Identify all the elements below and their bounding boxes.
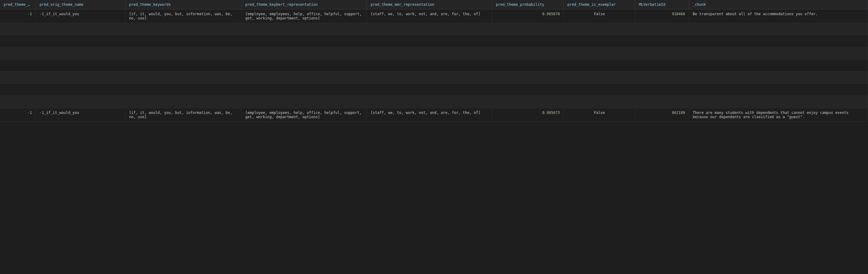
data-table: pred_theme_id pred_orig_theme_name pred_… — [0, 0, 868, 122]
col-header-pred-theme-mmr: pred_theme_mmr_representation — [367, 0, 492, 9]
col-header-pred-theme-keywords: pred_theme_keywords — [125, 0, 242, 9]
col-header-mlverbatimid: MLVerbatimId — [636, 0, 689, 9]
cell-pred-theme-exemplar-1: False — [564, 9, 636, 23]
data-table-container: pred_theme_id pred_orig_theme_name pred_… — [0, 0, 868, 122]
cell-chunk-2: There are many students with dependents … — [689, 108, 868, 122]
spacer-row — [0, 60, 868, 72]
cell-pred-theme-exemplar-2: False — [564, 108, 636, 122]
spacer-row — [0, 96, 868, 108]
col-header-chunk: _chunk — [689, 0, 868, 9]
cell-pred-theme-mmr-2: [staff, we, to, work, not, and, are, for… — [367, 108, 492, 122]
cell-pred-theme-probability-2: 0.985673 — [492, 108, 564, 122]
table-header-row: pred_theme_id pred_orig_theme_name pred_… — [0, 0, 868, 9]
cell-pred-orig-theme-name-2: -1_if_it_would_you — [36, 108, 125, 122]
table-row: -1 -1_if_it_would_you [if, it, would, yo… — [0, 108, 868, 122]
spacer-row — [0, 84, 868, 96]
cell-pred-theme-keywords-1: [if, it, would, you, but, information, w… — [125, 9, 242, 23]
cell-mlverbatimid-1: 910468 — [636, 9, 689, 23]
cell-pred-theme-mmr-1: [staff, we, to, work, not, and, are, for… — [367, 9, 492, 23]
col-header-pred-theme-id: pred_theme_id — [0, 0, 36, 9]
cell-pred-theme-keybert-2: [employee, employees, help, office, help… — [242, 108, 367, 122]
cell-chunk-1: Be transparent about all of the accommod… — [689, 9, 868, 23]
spacer-row — [0, 48, 868, 60]
cell-pred-theme-id-2: -1 — [0, 108, 36, 122]
cell-pred-orig-theme-name-1: -1_if_it_would_you — [36, 9, 125, 23]
cell-pred-theme-id-1: -1 — [0, 9, 36, 23]
spacer-row — [0, 72, 868, 84]
cell-pred-theme-keybert-1: [employee, employees, help, office, help… — [242, 9, 367, 23]
cell-mlverbatimid-2: 862189 — [636, 108, 689, 122]
col-header-pred-theme-exemplar: pred_theme_is_exemplar — [564, 0, 636, 9]
spacer-row — [0, 23, 868, 35]
cell-pred-theme-keywords-2: [if, it, would, you, but, information, w… — [125, 108, 242, 122]
table-row: -1 -1_if_it_would_you [if, it, would, yo… — [0, 9, 868, 23]
col-header-pred-theme-keybert: pred_theme_keybert_representation — [242, 0, 367, 9]
cell-pred-theme-probability-1: 0.985678 — [492, 9, 564, 23]
spacer-row — [0, 35, 868, 48]
col-header-pred-orig-theme-name: pred_orig_theme_name — [36, 0, 125, 9]
col-header-pred-theme-probability: pred_theme_probability — [492, 0, 564, 9]
